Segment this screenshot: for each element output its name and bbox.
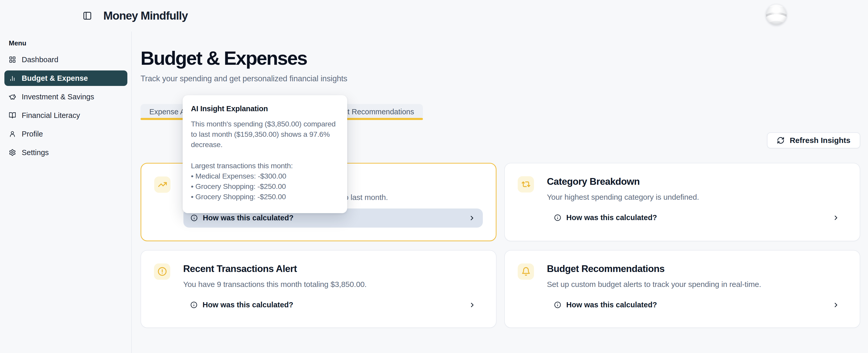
sidebar-nav: Dashboard Budget & Expense Investment & … <box>0 52 131 160</box>
bell-icon <box>518 263 534 280</box>
sidebar-item-settings[interactable]: Settings <box>4 145 127 160</box>
sidebar-toggle-button[interactable] <box>83 11 92 21</box>
sidebar-item-investment-savings[interactable]: Investment & Savings <box>4 89 127 105</box>
card-body: Your highest spending category is undefi… <box>547 193 847 202</box>
card-body: You have 9 transactions this month total… <box>183 280 483 289</box>
sidebar-menu-label: Menu <box>9 39 131 47</box>
card-content: Category Breakdown Your highest spending… <box>547 176 847 228</box>
sidebar-item-profile[interactable]: Profile <box>4 126 127 142</box>
card-title: Budget Recommendations <box>547 263 847 275</box>
sidebar-item-label: Financial Literacy <box>22 111 80 120</box>
chevron-right-icon <box>832 302 840 309</box>
ai-insight-transaction-item: • Grocery Shopping: -$250.00 <box>191 181 339 191</box>
panel-left-icon <box>83 11 92 21</box>
sidebar-item-dashboard[interactable]: Dashboard <box>4 52 127 67</box>
info-icon <box>191 214 197 221</box>
card-category-breakdown: Category Breakdown Your highest spending… <box>504 163 860 241</box>
sidebar-item-label: Budget & Expense <box>22 74 88 82</box>
bar-chart-icon <box>9 75 16 82</box>
refresh-insights-label: Refresh Insights <box>790 136 850 145</box>
ai-insight-transactions-heading: Largest transactions this month: <box>191 161 339 171</box>
how-calculated-label: How was this calculated? <box>203 301 293 309</box>
ai-insight-summary: This month's spending ($3,850.00) compar… <box>191 119 339 150</box>
sidebar-item-label: Profile <box>22 130 43 138</box>
page-subtitle: Track your spending and get personalized… <box>141 74 860 83</box>
app-title: Money Mindfully <box>103 9 188 22</box>
card-content: Recent Transactions Alert You have 9 tra… <box>183 263 483 315</box>
piggy-bank-icon <box>9 93 16 100</box>
book-open-icon <box>9 112 16 119</box>
layout-grid-icon <box>9 56 16 63</box>
alert-circle-icon <box>154 263 170 280</box>
card-title: Category Breakdown <box>547 176 847 188</box>
info-icon <box>554 302 561 308</box>
gear-icon <box>9 149 16 156</box>
page-title: Budget & Expenses <box>141 48 860 68</box>
sidebar-item-label: Settings <box>22 148 49 157</box>
how-calculated-label: How was this calculated? <box>203 214 293 222</box>
how-calculated-label: How was this calculated? <box>566 301 657 309</box>
sidebar-item-label: Dashboard <box>22 56 58 64</box>
user-icon <box>9 130 16 138</box>
card-budget-recommendations: Budget Recommendations Set up custom bud… <box>504 250 860 328</box>
card-recent-transactions-alert: Recent Transactions Alert You have 9 tra… <box>141 250 497 328</box>
info-icon <box>554 214 561 221</box>
app-header: Money Mindfully <box>0 0 868 32</box>
card-title: Recent Transactions Alert <box>183 263 483 275</box>
chevron-right-icon <box>832 214 840 221</box>
trending-up-icon <box>154 176 170 193</box>
sidebar-item-budget-expense[interactable]: Budget & Expense <box>4 70 127 86</box>
how-calculated-link[interactable]: How was this calculated? <box>183 295 483 315</box>
ai-insight-transaction-item: • Medical Expenses: -$300.00 <box>191 171 339 181</box>
refresh-insights-button[interactable]: Refresh Insights <box>767 132 860 148</box>
sidebar-item-financial-literacy[interactable]: Financial Literacy <box>4 108 127 123</box>
how-calculated-link[interactable]: How was this calculated? <box>547 208 847 227</box>
repeat-icon <box>518 176 534 192</box>
avatar[interactable] <box>766 4 786 25</box>
chevron-right-icon <box>469 302 476 309</box>
sidebar-item-label: Investment & Savings <box>22 93 94 101</box>
ai-insight-popover-title: AI Insight Explanation <box>191 105 339 113</box>
how-calculated-label: How was this calculated? <box>566 213 657 222</box>
how-calculated-link[interactable]: How was this calculated? <box>547 295 847 315</box>
ai-insight-popover: AI Insight Explanation This month's spen… <box>183 95 347 213</box>
card-content: Budget Recommendations Set up custom bud… <box>547 263 847 315</box>
card-body: Set up custom budget alerts to track you… <box>547 280 847 289</box>
info-icon <box>190 302 197 308</box>
sidebar: Menu Dashboard Budget & Expense <box>0 32 132 353</box>
chevron-right-icon <box>468 214 475 222</box>
ai-insight-transaction-item: • Grocery Shopping: -$250.00 <box>191 191 339 202</box>
refresh-icon <box>777 137 784 144</box>
